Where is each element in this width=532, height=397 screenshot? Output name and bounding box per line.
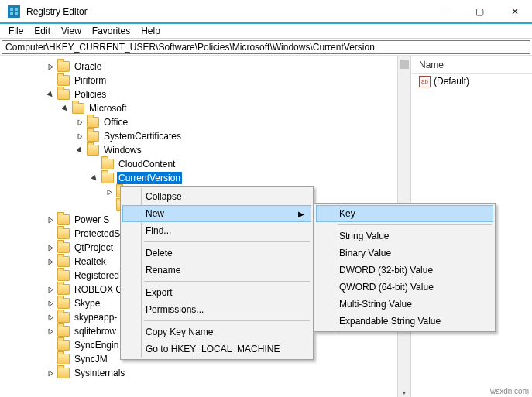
tree-item-label: Windows bbox=[102, 144, 143, 156]
tree-expander-closed[interactable] bbox=[75, 132, 85, 142]
menu-separator bbox=[144, 241, 310, 242]
folder-icon bbox=[57, 242, 70, 253]
address-input[interactable] bbox=[2, 40, 530, 54]
menu-item[interactable]: DWORD (32-bit) Value bbox=[316, 262, 493, 279]
menu-item-label: Multi-String Value bbox=[339, 299, 412, 310]
menu-item[interactable]: Expandable String Value bbox=[316, 313, 493, 330]
tree-item-label: CloudContent bbox=[117, 158, 177, 170]
menu-item-label: Find... bbox=[146, 225, 171, 236]
menu-item[interactable]: Multi-String Value bbox=[316, 296, 493, 313]
submenu-arrow-icon: ▶ bbox=[298, 210, 304, 218]
folder-icon bbox=[87, 131, 99, 142]
menu-item-label: Go to HKEY_LOCAL_MACHINE bbox=[146, 344, 280, 354]
menu-item[interactable]: String Value bbox=[316, 228, 493, 245]
tree-item-label: QtProject bbox=[73, 241, 115, 254]
context-menu[interactable]: CollapseNew▶Find...DeleteRenameExportPer… bbox=[120, 186, 314, 360]
scroll-down-icon[interactable]: ▾ bbox=[398, 389, 410, 396]
menu-item[interactable]: Copy Key Name bbox=[122, 323, 311, 341]
tree-row[interactable]: CurrentVersion bbox=[2, 171, 410, 185]
tree-expander-open[interactable] bbox=[60, 104, 70, 114]
menu-edit[interactable]: Edit bbox=[29, 24, 56, 38]
menu-item-label: Permissions... bbox=[146, 304, 204, 315]
folder-icon bbox=[57, 312, 70, 323]
tree-item-label: SystemCertificates bbox=[102, 130, 183, 142]
menu-item[interactable]: Collapse bbox=[122, 188, 311, 205]
tree-expander-closed[interactable] bbox=[46, 215, 56, 225]
menu-item-label: DWORD (32-bit) Value bbox=[339, 265, 433, 276]
menu-view[interactable]: View bbox=[56, 24, 87, 38]
tree-expander-closed[interactable] bbox=[46, 299, 56, 309]
maximize-icon: ▢ bbox=[475, 7, 484, 16]
tree-item-label: Realtek bbox=[73, 255, 108, 268]
tree-item-label: ROBLOX C bbox=[73, 283, 124, 296]
menu-item-label: New bbox=[146, 208, 164, 219]
menu-item[interactable]: Permissions... bbox=[122, 301, 311, 318]
menu-item-label: Copy Key Name bbox=[146, 327, 213, 337]
menu-item[interactable]: Find... bbox=[122, 222, 311, 239]
tree-row[interactable]: SystemCertificates bbox=[2, 129, 410, 143]
menu-item[interactable]: New▶ bbox=[122, 205, 311, 222]
folder-icon bbox=[101, 173, 114, 183]
maximize-button[interactable]: ▢ bbox=[462, 0, 497, 23]
folder-icon bbox=[87, 117, 99, 128]
tree-expander-closed[interactable] bbox=[46, 62, 56, 72]
tree-row[interactable]: Office bbox=[2, 115, 410, 129]
menu-favorites[interactable]: Favorites bbox=[87, 24, 136, 38]
menu-item-label: Binary Value bbox=[339, 248, 391, 258]
tree-expander-none bbox=[90, 159, 100, 169]
scroll-thumb[interactable] bbox=[400, 60, 409, 69]
folder-icon bbox=[57, 228, 70, 239]
menu-item[interactable]: Go to HKEY_LOCAL_MACHINE bbox=[122, 341, 311, 358]
value-list-header[interactable]: Name bbox=[411, 56, 532, 74]
tree-expander-closed[interactable] bbox=[46, 313, 56, 323]
tree-expander-none bbox=[46, 271, 56, 281]
tree-expander-open[interactable] bbox=[75, 145, 85, 156]
tree-expander-closed[interactable] bbox=[46, 243, 56, 253]
tree-expander-open[interactable] bbox=[90, 173, 100, 183]
regedit-icon bbox=[8, 5, 20, 18]
folder-icon bbox=[57, 89, 70, 100]
menu-item-label: Delete bbox=[146, 248, 173, 258]
context-submenu-new[interactable]: KeyString ValueBinary ValueDWORD (32-bit… bbox=[314, 203, 496, 332]
menu-help[interactable]: Help bbox=[136, 24, 166, 38]
address-bar bbox=[0, 39, 532, 56]
folder-icon bbox=[57, 214, 70, 225]
tree-expander-none bbox=[46, 341, 56, 351]
menu-item[interactable]: QWORD (64-bit) Value bbox=[316, 279, 493, 296]
tree-expander-closed[interactable] bbox=[105, 187, 115, 197]
folder-icon bbox=[57, 75, 70, 86]
tree-item-label: Microsoft bbox=[88, 102, 129, 115]
tree-expander-closed[interactable] bbox=[46, 257, 56, 267]
tree-row[interactable]: Piriform bbox=[2, 74, 410, 87]
tree-item-label: SyncEngin bbox=[73, 339, 120, 351]
tree-row[interactable]: Oracle bbox=[2, 60, 410, 74]
string-value-icon bbox=[419, 76, 431, 87]
tree-expander-closed[interactable] bbox=[46, 285, 56, 295]
tree-row[interactable]: Microsoft bbox=[2, 101, 410, 115]
folder-icon bbox=[57, 61, 70, 72]
menu-item[interactable]: Binary Value bbox=[316, 245, 493, 262]
close-icon: ✕ bbox=[511, 7, 519, 16]
tree-expander-open[interactable] bbox=[46, 90, 56, 100]
tree-row[interactable]: CloudContent bbox=[2, 157, 410, 171]
menu-item[interactable]: Key bbox=[316, 205, 493, 222]
menu-item[interactable]: Rename bbox=[122, 262, 311, 279]
tree-row[interactable]: Windows bbox=[2, 143, 410, 157]
folder-icon bbox=[87, 145, 99, 156]
menu-file[interactable]: File bbox=[3, 24, 29, 38]
tree-row[interactable]: Sysinternals bbox=[2, 366, 410, 380]
menu-item[interactable]: Delete bbox=[122, 245, 311, 262]
value-row[interactable]: (Default) bbox=[411, 74, 532, 89]
close-button[interactable]: ✕ bbox=[497, 0, 532, 23]
tree-item-label: CurrentVersion bbox=[117, 172, 182, 184]
minimize-button[interactable]: — bbox=[427, 0, 462, 23]
tree-expander-closed[interactable] bbox=[46, 327, 56, 337]
tree-expander-closed[interactable] bbox=[46, 368, 56, 378]
tree-row[interactable]: Policies bbox=[2, 87, 410, 101]
tree-item-label: Registered bbox=[73, 269, 121, 282]
tree-expander-closed[interactable] bbox=[75, 118, 85, 128]
tree-item-label: Oracle bbox=[73, 60, 103, 73]
menu-item[interactable]: Export bbox=[122, 284, 311, 301]
menu-separator bbox=[144, 281, 310, 282]
folder-icon bbox=[57, 368, 70, 378]
